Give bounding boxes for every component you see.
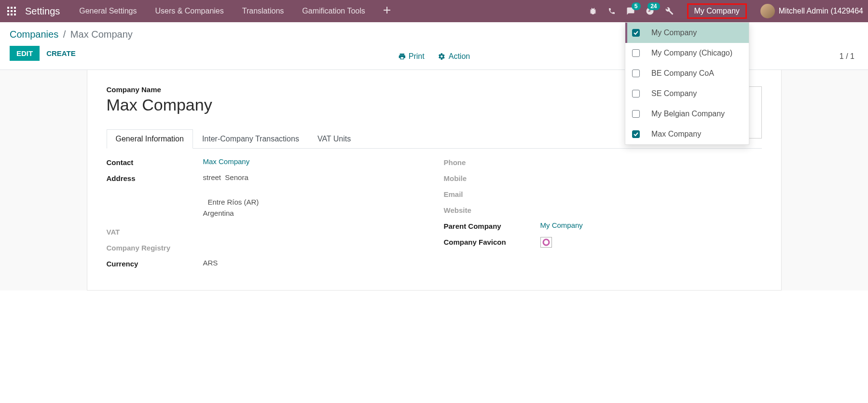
phone-button[interactable] [608, 7, 616, 15]
nav-systray: 5 24 My Company Mitchell Admin (1429464 [589, 3, 863, 19]
company-option-label: Max Company [651, 130, 701, 139]
breadcrumb-current: Max Company [70, 29, 133, 40]
phone-icon [608, 7, 616, 15]
nav-translations[interactable]: Translations [242, 7, 284, 15]
address-value: street Senora Entre Ríos (AR) Argentina [203, 173, 425, 220]
svg-rect-1 [11, 7, 13, 9]
parent-company-value[interactable]: My Company [540, 221, 762, 229]
tab-intercompany[interactable]: Inter-Company Transactions [193, 129, 308, 149]
parent-company-label: Parent Company [444, 221, 540, 230]
address-street2: Senora [225, 173, 248, 181]
checkbox-icon [632, 110, 640, 118]
nav-menu: General Settings Users & Companies Trans… [79, 7, 390, 15]
currency-value: ARS [203, 259, 425, 267]
nav-new-button[interactable] [384, 7, 390, 15]
favicon-label: Company Favicon [444, 237, 540, 246]
website-label: Website [444, 205, 540, 214]
favicon-icon [542, 238, 550, 246]
messages-badge: 5 [632, 2, 641, 10]
company-option-label: SE Company [651, 89, 697, 98]
toolbar-center: Print Action [398, 52, 470, 61]
breadcrumb-separator: / [63, 29, 66, 40]
app-title: Settings [25, 6, 60, 17]
nav-general-settings[interactable]: General Settings [79, 7, 137, 15]
checkbox-icon [632, 49, 640, 57]
messages-button[interactable]: 5 [626, 7, 635, 15]
activities-button[interactable]: 24 [646, 7, 654, 15]
svg-rect-5 [14, 10, 16, 12]
checkbox-icon [632, 90, 640, 97]
mobile-label: Mobile [444, 173, 540, 182]
favicon-value[interactable] [540, 237, 762, 248]
company-option-my-company[interactable]: My Company [627, 23, 749, 43]
nav-users-companies[interactable]: Users & Companies [155, 7, 223, 15]
tools-button[interactable] [665, 7, 674, 15]
address-country: Argentina [203, 209, 425, 217]
company-option-be-coa[interactable]: BE Company CoA [625, 63, 749, 83]
email-label: Email [444, 189, 540, 198]
currency-label: Currency [107, 259, 203, 268]
action-button[interactable]: Action [438, 52, 470, 61]
wrench-icon [665, 7, 674, 15]
svg-rect-7 [11, 14, 13, 15]
tab-vat-units[interactable]: VAT Units [308, 129, 360, 149]
company-option-chicago[interactable]: My Company (Chicago) [625, 43, 749, 63]
print-button[interactable]: Print [398, 52, 425, 61]
print-icon [398, 53, 406, 60]
checkbox-icon [632, 69, 640, 77]
registry-label: Company Registry [107, 243, 203, 252]
checkbox-icon [632, 130, 640, 138]
user-avatar [760, 4, 775, 18]
svg-rect-6 [7, 14, 9, 15]
svg-rect-2 [14, 7, 16, 9]
svg-rect-8 [14, 14, 16, 15]
form-fields: Contact Max Company Address street Senor… [107, 157, 762, 275]
svg-rect-3 [7, 10, 9, 12]
nav-gamification[interactable]: Gamification Tools [302, 7, 365, 15]
bug-icon [589, 7, 597, 15]
form-right-column: Phone Mobile Email Website Parent Compan… [444, 157, 762, 275]
svg-rect-4 [11, 10, 13, 12]
company-option-label: My Company [651, 28, 697, 37]
address-street: street [203, 173, 221, 181]
address-state: Entre Ríos (AR) [203, 198, 425, 206]
create-button[interactable]: CREATE [46, 49, 76, 57]
form-left-column: Contact Max Company Address street Senor… [107, 157, 425, 275]
apps-grid-icon [7, 7, 16, 15]
activities-badge: 24 [648, 2, 660, 10]
company-switcher[interactable]: My Company [687, 3, 747, 19]
svg-point-13 [543, 239, 549, 245]
favicon-image [540, 237, 552, 248]
company-option-label: BE Company CoA [651, 69, 714, 78]
company-option-label: My Company (Chicago) [651, 49, 732, 57]
phone-label: Phone [444, 157, 540, 167]
address-label: Address [107, 173, 203, 182]
plus-icon [384, 7, 390, 14]
checkbox-icon [632, 29, 640, 37]
contact-value[interactable]: Max Company [203, 157, 425, 166]
user-menu[interactable]: Mitchell Admin (1429464 [760, 4, 863, 18]
gear-icon [438, 53, 446, 60]
user-name-label: Mitchell Admin (1429464 [779, 7, 863, 15]
company-option-label: My Belgian Company [651, 110, 725, 118]
breadcrumb-parent[interactable]: Companies [10, 29, 58, 40]
pager[interactable]: 1 / 1 [840, 52, 854, 61]
company-option-se[interactable]: SE Company [625, 83, 749, 104]
debug-button[interactable] [589, 7, 597, 15]
apps-menu-button[interactable] [5, 4, 18, 18]
company-option-belgian[interactable]: My Belgian Company [625, 104, 749, 124]
tab-general-info[interactable]: General Information [107, 129, 193, 149]
svg-rect-10 [384, 10, 390, 11]
company-option-max[interactable]: Max Company [625, 124, 749, 144]
contact-label: Contact [107, 157, 203, 167]
svg-rect-0 [7, 7, 9, 9]
edit-button[interactable]: EDIT [10, 46, 40, 61]
top-navbar: Settings General Settings Users & Compan… [0, 0, 868, 22]
vat-label: VAT [107, 227, 203, 236]
company-dropdown: My Company My Company (Chicago) BE Compa… [625, 22, 749, 145]
